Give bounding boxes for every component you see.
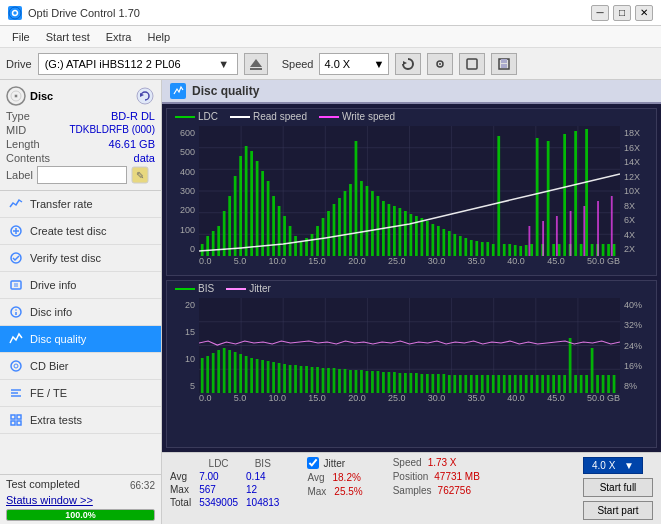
- chart2-wrapper: BIS Jitter 20 15 10 5: [166, 280, 657, 448]
- svg-rect-95: [426, 221, 429, 256]
- yr1-8x: 8X: [624, 201, 635, 211]
- svg-point-6: [439, 63, 441, 65]
- svg-rect-132: [556, 216, 558, 256]
- svg-rect-125: [591, 244, 594, 256]
- svg-rect-157: [239, 354, 242, 393]
- create-test-disc-icon: [8, 223, 24, 239]
- disc-header: Disc: [6, 86, 155, 106]
- drive-value: (G:) ATAPI iHBS112 2 PL06: [45, 58, 215, 70]
- yr1-10x: 10X: [624, 186, 640, 196]
- verify-test-disc-icon: [8, 250, 24, 266]
- nav-fe-te[interactable]: FE / TE: [0, 380, 161, 407]
- svg-rect-177: [349, 370, 352, 393]
- minimize-button[interactable]: ─: [591, 5, 609, 21]
- disc-label-input[interactable]: [37, 166, 127, 184]
- svg-rect-209: [525, 375, 528, 393]
- total-bis-value: 104813: [246, 496, 287, 509]
- svg-rect-136: [611, 196, 613, 256]
- svg-rect-186: [399, 373, 402, 393]
- bis-color: [175, 288, 195, 290]
- stats-area: LDC BIS Avg 7.00 0.14 Max 567 12 Total: [162, 452, 661, 524]
- max-ldc-value: 567: [199, 483, 246, 496]
- menu-start-test[interactable]: Start test: [38, 29, 98, 45]
- svg-rect-205: [503, 375, 506, 393]
- position-label: Position: [393, 471, 429, 482]
- speed-value: 4.0 X: [324, 58, 350, 70]
- svg-rect-114: [530, 244, 533, 256]
- svg-rect-218: [574, 375, 577, 393]
- eject-button[interactable]: [244, 53, 268, 75]
- nav-drive-info[interactable]: Drive info: [0, 272, 161, 299]
- stats-header-bis: BIS: [246, 457, 287, 470]
- extra-tests-icon: [8, 412, 24, 428]
- svg-rect-188: [410, 373, 413, 393]
- nav-transfer-rate[interactable]: Transfer rate: [0, 191, 161, 218]
- svg-rect-72: [300, 241, 303, 256]
- refresh-button[interactable]: [395, 53, 421, 75]
- svg-rect-7: [467, 59, 477, 69]
- svg-rect-59: [228, 196, 231, 256]
- svg-rect-175: [338, 369, 341, 393]
- close-button[interactable]: ✕: [635, 5, 653, 21]
- nav-verify-test-disc[interactable]: Verify test disc: [0, 245, 161, 272]
- svg-rect-88: [388, 204, 391, 256]
- settings-button[interactable]: [427, 53, 453, 75]
- svg-rect-89: [393, 206, 396, 256]
- disc-refresh-icon[interactable]: [135, 86, 155, 106]
- svg-rect-166: [289, 365, 292, 393]
- svg-rect-180: [366, 371, 369, 393]
- jitter-label: Jitter: [323, 458, 345, 469]
- svg-rect-80: [344, 191, 347, 256]
- label-edit-icon[interactable]: ✎: [131, 166, 149, 184]
- read-speed-color: [230, 116, 250, 118]
- svg-rect-100: [453, 234, 456, 256]
- menu-file[interactable]: File: [4, 29, 38, 45]
- speed-selector[interactable]: 4.0 X ▼: [583, 457, 643, 474]
- y1-300: 300: [180, 186, 195, 196]
- svg-rect-151: [206, 356, 209, 393]
- svg-rect-168: [300, 366, 303, 393]
- svg-rect-37: [17, 421, 21, 425]
- svg-rect-154: [223, 348, 226, 393]
- samples-row: Samples 762756: [393, 485, 480, 496]
- svg-rect-153: [217, 350, 220, 393]
- svg-rect-94: [420, 218, 423, 256]
- titlebar-left: Opti Drive Control 1.70: [8, 6, 140, 20]
- disc-quality-icon: [8, 331, 24, 347]
- start-part-button[interactable]: Start part: [583, 501, 653, 520]
- save-button[interactable]: [491, 53, 517, 75]
- x2-45: 45.0: [547, 393, 565, 403]
- nav-disc-quality[interactable]: Disc quality: [0, 326, 161, 353]
- nav-create-test-disc[interactable]: Create test disc: [0, 218, 161, 245]
- speed-select[interactable]: 4.0 X ▼: [319, 53, 389, 75]
- status-bar: Test completed 66:32 Status window >> 10…: [0, 474, 161, 524]
- svg-rect-110: [508, 244, 511, 256]
- nav-cd-bier[interactable]: CD Bier: [0, 353, 161, 380]
- svg-rect-117: [547, 141, 550, 256]
- disc-quality-title: Disc quality: [192, 84, 259, 98]
- svg-rect-124: [585, 129, 588, 256]
- legend-write-speed: Write speed: [319, 111, 395, 122]
- svg-rect-164: [278, 363, 281, 393]
- menu-extra[interactable]: Extra: [98, 29, 140, 45]
- total-ldc-value: 5349005: [199, 496, 246, 509]
- y1-200: 200: [180, 205, 195, 215]
- x2-25: 25.0: [388, 393, 406, 403]
- status-window-button[interactable]: Status window >>: [6, 494, 93, 506]
- edit-button[interactable]: [459, 53, 485, 75]
- drive-select[interactable]: (G:) ATAPI iHBS112 2 PL06 ▼: [38, 53, 238, 75]
- maximize-button[interactable]: □: [613, 5, 631, 21]
- svg-rect-187: [404, 373, 407, 393]
- nav-extra-tests[interactable]: Extra tests: [0, 407, 161, 434]
- nav-disc-info[interactable]: Disc info: [0, 299, 161, 326]
- menu-help[interactable]: Help: [139, 29, 178, 45]
- y2-20: 20: [185, 300, 195, 310]
- x2-20: 20.0: [348, 393, 366, 403]
- jitter-checkbox[interactable]: [307, 457, 319, 469]
- x1-40: 40.0: [507, 256, 525, 266]
- progress-bar-fill: 100.0%: [7, 510, 154, 520]
- svg-rect-76: [322, 218, 325, 256]
- svg-rect-57: [217, 226, 220, 256]
- disc-type-row: Type BD-R DL: [6, 110, 155, 122]
- start-full-button[interactable]: Start full: [583, 478, 653, 497]
